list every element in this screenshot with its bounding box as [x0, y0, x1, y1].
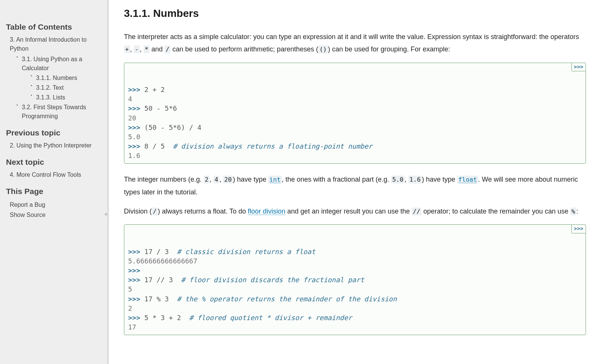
next-topic-heading: Next topic [6, 158, 101, 167]
division-paragraph: Division (/) always returns a float. To … [124, 205, 586, 218]
sidebar: Table of Contents 3. An Informal Introdu… [0, 0, 109, 364]
operator-slash: / [165, 45, 171, 53]
literal-5-0: 5.0 [391, 176, 405, 184]
report-bug-link[interactable]: Report a Bug [10, 200, 101, 210]
int-link[interactable]: int [268, 176, 282, 183]
toc-subsection-link[interactable]: 3.1.2. Text [36, 84, 64, 91]
operator-floor-div: // [412, 208, 421, 215]
float-link[interactable]: float [457, 176, 478, 183]
toc-root-link[interactable]: 3. An Informal Introduction to Python [10, 36, 87, 52]
literal-20: 20 [223, 176, 233, 184]
collapse-sidebar-button[interactable]: « [103, 210, 109, 218]
operator-slash-2: / [152, 208, 158, 215]
show-source-link[interactable]: Show Source [10, 210, 101, 220]
intro-paragraph: The interpreter acts as a simple calcula… [124, 31, 586, 56]
operator-star: * [143, 45, 149, 53]
section-heading: 3.1.1. Numbers [124, 8, 586, 20]
toc-section-link[interactable]: 3.1. Using Python as a Calculator [22, 56, 82, 71]
toggle-prompts-button[interactable]: >>> [571, 63, 586, 72]
toc-subsection-link[interactable]: 3.1.3. Lists [36, 94, 65, 101]
toc-subsection-link[interactable]: 3.1.1. Numbers [36, 75, 77, 81]
previous-topic-heading: Previous topic [6, 128, 101, 137]
operator-minus: - [134, 45, 140, 53]
next-topic-link[interactable]: 4. More Control Flow Tools [10, 170, 101, 179]
toc-heading: Table of Contents [6, 23, 101, 32]
literal-2: 2 [204, 176, 210, 184]
main-content: 3.1.1. Numbers The interpreter acts as a… [109, 0, 601, 364]
toc: 3. An Informal Introduction to Python 3.… [10, 35, 101, 121]
toggle-prompts-button-2[interactable]: >>> [571, 224, 586, 233]
literal-1-6: 1.6 [408, 176, 422, 184]
types-paragraph: The integer numbers (e.g. 2, 4, 20) have… [124, 173, 586, 199]
parentheses-literal: () [318, 45, 328, 53]
toc-section-link[interactable]: 3.2. First Steps Towards Programming [22, 104, 86, 119]
code-example-1: >>>>>> 2 + 2 4 >>> 50 - 5*6 20 >>> (50 -… [124, 63, 586, 164]
code-example-2: >>>>>> 17 / 3 # classic division returns… [124, 224, 586, 335]
operator-percent: % [570, 208, 576, 215]
this-page-heading: This Page [6, 187, 101, 196]
operator-plus: + [124, 45, 130, 53]
previous-topic-link[interactable]: 2. Using the Python Interpreter [10, 141, 101, 150]
floor-division-link[interactable]: floor division [248, 208, 285, 215]
literal-4: 4 [213, 176, 219, 184]
